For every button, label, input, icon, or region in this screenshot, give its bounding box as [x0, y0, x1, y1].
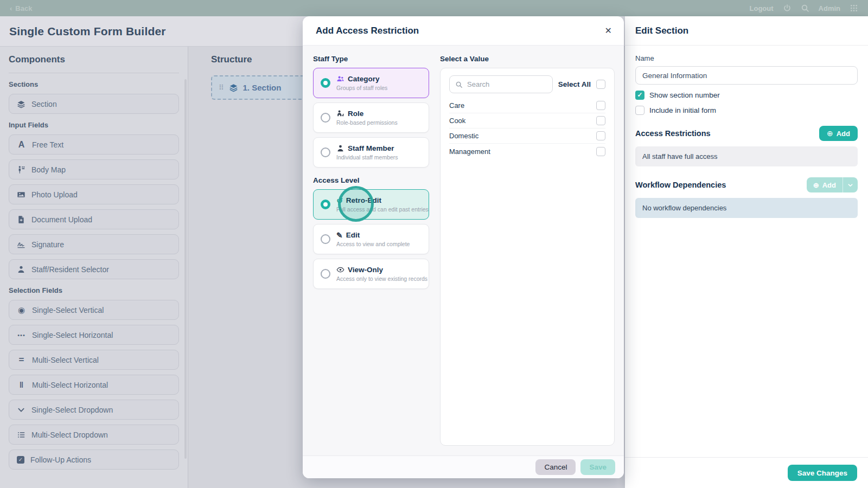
- cancel-button[interactable]: Cancel: [535, 459, 576, 475]
- component-label: Free Text: [32, 140, 63, 149]
- close-icon[interactable]: ✕: [605, 27, 612, 35]
- search-input[interactable]: [467, 80, 547, 88]
- top-bar: ‹ Back Logout Admin: [0, 0, 868, 16]
- document-icon: [17, 215, 25, 224]
- staff-type-option-role[interactable]: Role Role-based permissions: [313, 102, 429, 133]
- caret-down-icon[interactable]: [843, 177, 858, 192]
- add-label: Add: [837, 130, 850, 138]
- value-label: Care: [449, 101, 464, 110]
- add-label: Add: [822, 181, 836, 189]
- edit-pencil-icon: ✎: [336, 232, 343, 239]
- radio-unselected[interactable]: [321, 269, 330, 279]
- modal-title: Add Access Restriction: [316, 25, 419, 36]
- component-multi-select-vertical[interactable]: = Multi-Select Vertical: [9, 350, 179, 370]
- staff-type-option-staff-member[interactable]: Staff Member Individual staff members: [313, 137, 429, 168]
- value-search[interactable]: [449, 75, 553, 93]
- component-label: Single-Select Vertical: [32, 306, 104, 314]
- component-section[interactable]: Section: [9, 94, 179, 114]
- option-subtitle: Role-based permissions: [336, 119, 398, 126]
- checkbox-label: Include in initial form: [649, 106, 716, 114]
- modal-footer: Cancel Save: [303, 455, 624, 478]
- select-a-value-label: Select a Value: [440, 55, 615, 63]
- edit-section-title: Edit Section: [635, 25, 688, 36]
- layers-icon: [229, 83, 238, 92]
- component-single-select-vertical[interactable]: ◉ Single-Select Vertical: [9, 300, 179, 320]
- user-menu[interactable]: Admin: [819, 4, 840, 12]
- component-label: Multi-Select Horizontal: [32, 381, 108, 389]
- component-label: Document Upload: [31, 215, 92, 224]
- component-free-text[interactable]: A Free Text: [9, 134, 179, 155]
- radio-unselected[interactable]: [321, 147, 330, 157]
- option-title: View-Only: [348, 266, 383, 274]
- component-label: Multi-Select Vertical: [32, 356, 99, 364]
- option-title: Role: [348, 110, 363, 118]
- apps-grid-icon[interactable]: [850, 4, 858, 12]
- component-single-select-horizontal[interactable]: ••• Single-Select Horizontal: [9, 325, 179, 345]
- access-restrictions-label: Access Restrictions: [635, 129, 711, 138]
- page-title: Single Custom Form Builder: [9, 25, 166, 38]
- select-all-checkbox[interactable]: [596, 80, 605, 89]
- component-label: Staff/Resident Selector: [31, 265, 109, 274]
- value-row-care: Care: [449, 98, 605, 113]
- section-name-input[interactable]: [635, 66, 858, 85]
- component-photo-upload[interactable]: Photo Upload: [9, 184, 179, 204]
- checkbox-icon: ✓: [17, 456, 24, 464]
- value-label: Domestic: [449, 132, 478, 140]
- option-subtitle: Groups of staff roles: [336, 85, 387, 91]
- logout-button[interactable]: Logout: [750, 4, 774, 12]
- component-signature[interactable]: Signature: [9, 234, 179, 254]
- staff-type-option-category[interactable]: Category Groups of staff roles: [313, 68, 429, 98]
- access-level-option-view-only[interactable]: View-Only Access only to view existing r…: [313, 259, 429, 289]
- sidebar-scrollbar[interactable]: [184, 79, 187, 459]
- search-icon[interactable]: [801, 4, 809, 12]
- value-checkbox[interactable]: [596, 147, 605, 156]
- include-in-initial-form-row[interactable]: Include in initial form: [635, 106, 858, 115]
- option-title: Edit: [346, 231, 360, 239]
- component-multi-select-dropdown[interactable]: Multi-Select Dropdown: [9, 425, 179, 445]
- checkbox-label: Show section number: [649, 91, 720, 99]
- option-title: Category: [348, 75, 380, 83]
- equals-icon: =: [17, 355, 26, 365]
- show-section-number-row[interactable]: ✓ Show section number: [635, 91, 858, 100]
- value-checkbox[interactable]: [596, 131, 605, 140]
- checked-checkbox[interactable]: ✓: [635, 91, 644, 100]
- radio-selected[interactable]: [321, 78, 330, 88]
- component-label: Photo Upload: [31, 190, 78, 199]
- workflow-dependencies-label: Workflow Dependencies: [635, 181, 726, 189]
- add-access-restriction-button[interactable]: ⊕ Add: [819, 126, 858, 141]
- component-multi-select-horizontal[interactable]: ‖ Multi-Select Horizontal: [9, 375, 179, 395]
- signature-icon: [17, 240, 25, 249]
- component-single-select-dropdown[interactable]: Single-Select Dropdown: [9, 400, 179, 420]
- radio-unselected[interactable]: [321, 234, 330, 244]
- component-staff-resident-selector[interactable]: Staff/Resident Selector: [9, 259, 179, 279]
- component-label: Multi-Select Dropdown: [31, 431, 108, 439]
- component-label: Single-Select Dropdown: [31, 406, 113, 414]
- modal-body: Staff Type Category Groups of staff role…: [303, 46, 624, 455]
- value-checkbox[interactable]: [596, 101, 605, 110]
- value-row-domestic: Domestic: [449, 129, 605, 144]
- add-workflow-dependency-button[interactable]: ⊕ Add: [807, 177, 858, 192]
- access-level-label: Access Level: [313, 176, 429, 184]
- power-icon[interactable]: [783, 4, 792, 12]
- component-body-map[interactable]: Body Map: [9, 159, 179, 179]
- component-label: Follow-Up Actions: [30, 455, 91, 464]
- layers-icon: [17, 100, 25, 108]
- save-button[interactable]: Save: [580, 459, 615, 475]
- back-button[interactable]: ‹ Back: [10, 4, 32, 12]
- edit-section-footer: Save Changes: [625, 457, 868, 488]
- value-row-management: Management: [449, 144, 605, 159]
- unchecked-checkbox[interactable]: [635, 106, 644, 115]
- drag-handle-icon[interactable]: ⠿: [219, 84, 224, 92]
- access-restrictions-empty: All staff have full access: [635, 146, 858, 166]
- plus-circle-icon: ⊕: [827, 129, 833, 138]
- access-level-option-edit[interactable]: ✎ Edit Access to view and complete: [313, 224, 429, 254]
- structure-item-label: 1. Section: [243, 83, 282, 92]
- save-changes-button[interactable]: Save Changes: [788, 465, 857, 481]
- radio-unselected[interactable]: [321, 113, 330, 123]
- photo-icon: [17, 190, 25, 199]
- value-selection-box: Select All Care Cook Domestic: [440, 68, 615, 446]
- component-follow-up-actions[interactable]: ✓ Follow-Up Actions: [9, 450, 179, 470]
- radio-selected[interactable]: [321, 200, 330, 209]
- value-checkbox[interactable]: [596, 116, 605, 125]
- component-document-upload[interactable]: Document Upload: [9, 209, 179, 229]
